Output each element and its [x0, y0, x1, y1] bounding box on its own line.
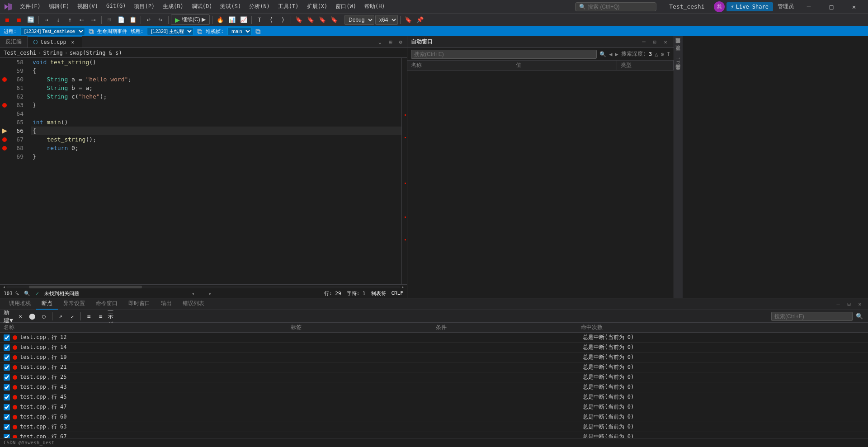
sidebar-item-notes[interactable]: 注意事项	[674, 36, 683, 43]
tab-immediate[interactable]: 即时窗口	[123, 298, 156, 310]
bp-list-item[interactable]: test.cpp，行 14 总是中断(当前为 0)	[0, 343, 868, 353]
toolbar-pin[interactable]: 📌	[415, 14, 425, 25]
bp-list-item[interactable]: test.cpp，行 12 总是中断(当前为 0)	[0, 333, 868, 343]
breakpoint-dot-63[interactable]	[2, 103, 7, 108]
bottom-close-button[interactable]: ✕	[855, 300, 864, 309]
menu-edit[interactable]: 编辑(E)	[45, 2, 73, 11]
close-button[interactable]: ✕	[844, 0, 864, 14]
bp-delete-button[interactable]: ✕	[15, 311, 25, 321]
toolbar-bm4[interactable]: 🔖	[329, 14, 340, 25]
bp-list-item[interactable]: test.cpp，行 60 总是中断(当前为 0)	[0, 412, 868, 422]
toolbar-undo[interactable]: ↩	[143, 14, 154, 25]
bp-checkbox-2[interactable]	[4, 354, 10, 361]
editor-split-button[interactable]: ⊞	[386, 38, 395, 47]
restore-button[interactable]: □	[821, 0, 842, 14]
toolbar-red-sq2[interactable]: ■	[14, 14, 24, 25]
toolbar-text1[interactable]: T	[254, 14, 265, 25]
sidebar-item-remote[interactable]: 远程资源管理器	[674, 43, 683, 51]
bp-list-item[interactable]: test.cpp，行 67 总是中断(当前为 0)	[0, 432, 868, 438]
bp-checkbox-8[interactable]	[4, 414, 10, 420]
bp-disable-all[interactable]: ○	[39, 311, 49, 321]
editor-horiz-scroll[interactable]: ◂ ▸	[0, 284, 407, 289]
bp-checkbox-7[interactable]	[4, 404, 10, 410]
bp-checkbox-1[interactable]	[4, 344, 10, 351]
copy-icon[interactable]: ⧉	[89, 27, 94, 36]
bp-show-cols-button[interactable]: 显示列▼	[108, 311, 118, 321]
bp-checkbox-3[interactable]	[4, 364, 10, 371]
breadcrumb-method[interactable]: swap(String & s)	[70, 50, 122, 56]
bp-checkbox-10[interactable]	[4, 434, 10, 438]
bp-list[interactable]: test.cpp，行 12 总是中断(当前为 0) test.cpp，行 14 …	[0, 333, 868, 438]
tab-close-button[interactable]: ✕	[69, 38, 76, 46]
global-search-box[interactable]: 🔍	[575, 2, 656, 11]
breadcrumb-class[interactable]: String	[43, 50, 62, 56]
tab-errorlist[interactable]: 错误列表	[177, 298, 210, 310]
bottom-float-button[interactable]: ⊡	[844, 300, 854, 309]
bp-search-input[interactable]	[771, 312, 853, 321]
bp-export[interactable]: ↗	[56, 311, 66, 321]
menu-window[interactable]: 窗口(W)	[332, 2, 360, 11]
menu-help[interactable]: 帮助(H)	[361, 2, 389, 11]
bp-import[interactable]: ↙	[67, 311, 77, 321]
tab-expand-button[interactable]: ⌄	[376, 36, 384, 47]
thread-select[interactable]: [12320] 主线程	[147, 27, 193, 35]
toolbar-fire[interactable]: 🔥	[215, 14, 226, 25]
tab-command[interactable]: 命令窗口	[90, 298, 123, 310]
bp-list-item[interactable]: test.cpp，行 45 总是中断(当前为 0)	[0, 392, 868, 402]
toolbar-step-over[interactable]: →	[41, 14, 52, 25]
sidebar-item-git[interactable]: Git 更改	[674, 51, 683, 70]
breakpoint-dot-67[interactable]	[2, 137, 7, 142]
toolbar-bookmark-icon[interactable]: 🔖	[403, 14, 414, 25]
menu-git[interactable]: Git(G)	[103, 2, 129, 11]
bp-format2[interactable]: ≡	[96, 311, 106, 321]
toolbar-step-out[interactable]: ↑	[65, 14, 75, 25]
toolbar-step-into[interactable]: ↓	[53, 14, 64, 25]
bp-list-item[interactable]: test.cpp，行 43 总是中断(当前为 0)	[0, 382, 868, 392]
bp-format[interactable]: ≡	[84, 311, 94, 321]
bp-checkbox-5[interactable]	[4, 384, 10, 391]
menu-debug[interactable]: 调试(D)	[188, 2, 216, 11]
menu-analyze[interactable]: 分析(N)	[245, 2, 274, 11]
search-fwd-icon[interactable]: ▶	[615, 51, 618, 57]
bp-checkbox-4[interactable]	[4, 374, 10, 381]
tab-callstack[interactable]: 调用堆栈	[4, 298, 36, 310]
auto-search-icon[interactable]: 🔍	[599, 51, 606, 57]
toolbar-bm1[interactable]: 🔖	[293, 14, 304, 25]
minimize-button[interactable]: ─	[798, 0, 819, 14]
depth-settings-icon[interactable]: ⚙	[661, 51, 664, 57]
global-search-input[interactable]	[588, 4, 646, 10]
breadcrumb-project[interactable]: Test_ceshi	[4, 50, 36, 56]
bp-list-item[interactable]: test.cpp，行 63 总是中断(当前为 0)	[0, 422, 868, 432]
menu-extensions[interactable]: 扩展(X)	[303, 2, 331, 11]
menu-file[interactable]: 文件(F)	[16, 2, 44, 11]
bp-list-item[interactable]: test.cpp，行 47 总是中断(当前为 0)	[0, 402, 868, 412]
stack-select[interactable]: main	[227, 27, 252, 35]
depth-T-icon[interactable]: T	[667, 51, 670, 57]
menu-build[interactable]: 生成(B)	[159, 2, 187, 11]
stack-copy-icon[interactable]: ⧉	[255, 27, 260, 36]
toolbar-refresh[interactable]: 🔄	[25, 14, 36, 25]
toolbar-bm3[interactable]: 🔖	[317, 14, 328, 25]
bp-list-item[interactable]: test.cpp，行 21 总是中断(当前为 0)	[0, 362, 868, 372]
depth-up-icon[interactable]: △	[655, 51, 658, 57]
panel-float-button[interactable]: ⊡	[650, 38, 659, 47]
breakpoint-dot-68[interactable]	[2, 146, 7, 151]
toolbar-red-sq1[interactable]: ■	[2, 14, 13, 25]
admin-button[interactable]: 管理员	[773, 1, 798, 12]
bp-checkbox-9[interactable]	[4, 424, 10, 430]
code-editor[interactable]: 58 59 60 61 62 63 64 65 66 67 68 69 voi	[0, 58, 407, 284]
sidebar-item-client[interactable]: 客户端工具箱	[674, 70, 683, 77]
toolbar-perf1[interactable]: 📊	[226, 14, 237, 25]
toolbar-redo[interactable]: ↪	[155, 14, 166, 25]
bp-new-button[interactable]: 新建▼	[4, 311, 14, 321]
menu-project[interactable]: 项目(P)	[130, 2, 158, 11]
process-select[interactable]: [12324] Test_ceshi.exe	[20, 27, 85, 35]
tab-breakpoints[interactable]: 断点	[36, 298, 58, 310]
bp-search-icon[interactable]: 🔍	[854, 311, 864, 321]
bp-list-item[interactable]: test.cpp，行 19 总是中断(当前为 0)	[0, 353, 868, 362]
scroll-thumb[interactable]	[29, 286, 142, 288]
auto-search-input[interactable]	[411, 50, 597, 59]
scroll-track[interactable]	[6, 286, 401, 288]
tab-output[interactable]: 输出	[156, 298, 177, 310]
live-share-button[interactable]: ⚡ Live Share	[726, 2, 773, 11]
